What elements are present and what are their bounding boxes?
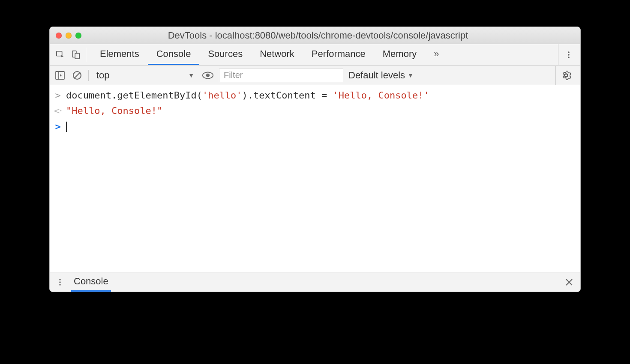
text-cursor [66, 122, 67, 132]
main-toolbar: Elements Console Sources Network Perform… [50, 44, 580, 66]
tab-elements[interactable]: Elements [91, 44, 148, 65]
live-expression-icon[interactable] [202, 69, 214, 81]
chevron-down-icon: ▼ [408, 72, 414, 79]
console-prompt-row[interactable]: > [54, 119, 576, 134]
tab-network[interactable]: Network [251, 44, 303, 65]
drawer: Console [50, 272, 580, 292]
tab-sources[interactable]: Sources [199, 44, 251, 65]
tabs-overflow-button[interactable]: » [425, 44, 447, 65]
tab-console[interactable]: Console [148, 44, 200, 65]
console-result-value: "Hello, Console!" [66, 103, 162, 119]
console-input-row: > document.getElementById('hello').textC… [54, 88, 576, 103]
tab-performance[interactable]: Performance [303, 44, 374, 65]
execution-context-label: top [96, 70, 110, 81]
console-toolbar: top ▼ Default levels ▼ [50, 66, 580, 85]
toolbar-separator [86, 48, 86, 62]
svg-point-15 [59, 284, 61, 286]
svg-point-4 [568, 54, 570, 56]
tab-memory[interactable]: Memory [374, 44, 425, 65]
svg-rect-2 [75, 53, 79, 59]
console-input-code: document.getElementById('hello').textCon… [66, 88, 429, 103]
svg-point-5 [568, 57, 570, 58]
drawer-menu-button[interactable] [56, 278, 64, 286]
chevron-down-icon: ▼ [188, 72, 194, 79]
window-title: DevTools - localhost:8080/web/tools/chro… [62, 30, 574, 41]
log-levels-label: Default levels [348, 70, 405, 81]
input-marker-icon: > [54, 88, 62, 103]
subbar-separator [88, 70, 89, 81]
customize-devtools-button[interactable] [558, 44, 579, 65]
svg-point-14 [59, 281, 61, 283]
drawer-tab-console[interactable]: Console [71, 272, 111, 292]
console-settings-button[interactable] [555, 66, 576, 85]
toggle-console-sidebar-icon[interactable] [54, 69, 66, 81]
log-levels-selector[interactable]: Default levels ▼ [348, 70, 414, 81]
svg-point-11 [206, 73, 210, 77]
window-titlebar: DevTools - localhost:8080/web/tools/chro… [50, 27, 580, 44]
prompt-marker-icon: > [54, 119, 62, 134]
svg-point-3 [568, 51, 570, 53]
close-window-button[interactable] [56, 33, 62, 39]
console-messages[interactable]: > document.getElementById('hello').textC… [50, 85, 580, 272]
svg-point-13 [59, 279, 61, 280]
devtools-window: DevTools - localhost:8080/web/tools/chro… [49, 27, 581, 292]
svg-point-12 [565, 74, 567, 77]
execution-context-selector[interactable]: top ▼ [94, 70, 197, 81]
svg-line-9 [75, 73, 80, 78]
device-toolbar-icon[interactable] [71, 50, 81, 60]
clear-console-icon[interactable] [71, 69, 83, 81]
inspect-element-icon[interactable] [56, 50, 65, 60]
filter-input[interactable] [219, 69, 343, 82]
close-drawer-button[interactable] [565, 272, 580, 292]
panel-tabs: Elements Console Sources Network Perform… [91, 44, 448, 65]
output-marker-icon: <· [54, 103, 62, 119]
console-result-row: <· "Hello, Console!" [54, 103, 576, 119]
